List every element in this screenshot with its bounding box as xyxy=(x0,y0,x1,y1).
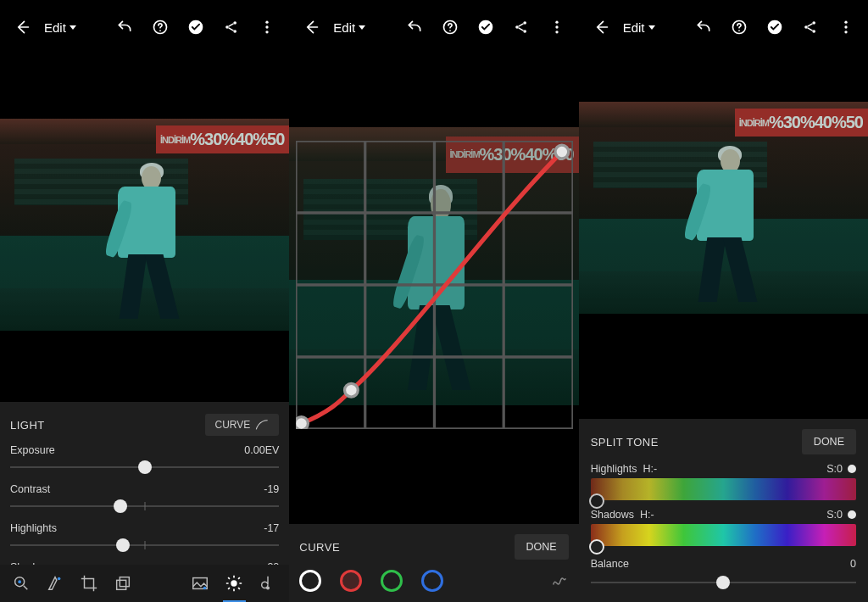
svg-point-39 xyxy=(812,30,815,33)
svg-point-10 xyxy=(58,577,61,581)
svg-point-19 xyxy=(515,25,519,29)
channel-blue[interactable] xyxy=(421,570,443,592)
chevron-down-icon xyxy=(648,25,655,30)
more-icon[interactable] xyxy=(832,14,860,41)
done-button[interactable]: DONE xyxy=(802,429,856,454)
saturation-dot[interactable] xyxy=(848,465,856,473)
photo-preview[interactable]: İNDİRİM %30 %40 %50 xyxy=(579,102,868,314)
svg-point-21 xyxy=(523,30,526,33)
balance-track[interactable] xyxy=(591,573,856,592)
channel-selector xyxy=(299,570,568,592)
toolbar: Edit xyxy=(0,0,289,54)
undo-icon[interactable] xyxy=(690,14,717,41)
svg-point-24 xyxy=(555,31,558,33)
channel-red[interactable] xyxy=(340,570,362,592)
healing-tool[interactable] xyxy=(41,569,70,598)
edit-dropdown[interactable]: Edit xyxy=(44,20,76,35)
edit-dropdown[interactable]: Edit xyxy=(333,20,365,35)
shadows-hue-strip[interactable] xyxy=(591,524,856,546)
svg-point-16 xyxy=(266,586,270,589)
approve-icon[interactable] xyxy=(182,14,209,41)
section-title: LIGHT xyxy=(10,419,45,432)
more-icon[interactable] xyxy=(253,14,281,41)
exposure-track[interactable] xyxy=(10,458,279,477)
svg-point-7 xyxy=(266,31,269,33)
undo-icon[interactable] xyxy=(111,14,138,41)
panel-curve: Edit İNDİRİM %30 %40 %50 xyxy=(289,0,578,602)
contrast-track[interactable] xyxy=(10,497,279,516)
curve-point[interactable] xyxy=(296,417,308,429)
panel-split-tone: Edit İNDİRİM %30 %40 %50 SPLI xyxy=(579,0,868,602)
back-icon[interactable] xyxy=(587,14,615,41)
parametric-icon[interactable] xyxy=(550,571,569,592)
approve-icon[interactable] xyxy=(761,14,788,41)
contrast-thumb[interactable] xyxy=(114,499,127,513)
loupe-tool[interactable] xyxy=(7,569,36,598)
channel-luminance[interactable] xyxy=(299,570,321,592)
help-icon[interactable] xyxy=(437,14,464,41)
edit-label: Edit xyxy=(44,20,66,35)
exposure-thumb[interactable] xyxy=(138,460,152,474)
svg-point-2 xyxy=(225,25,229,29)
light-tool[interactable] xyxy=(220,569,248,598)
svg-rect-12 xyxy=(120,577,129,587)
tool-strip xyxy=(0,565,289,602)
highlights-slider: Highlights-17 xyxy=(10,522,279,555)
highlights-hue-thumb[interactable] xyxy=(589,493,604,509)
back-icon[interactable] xyxy=(8,14,36,41)
svg-point-6 xyxy=(266,25,269,28)
section-title: CURVE xyxy=(299,541,340,554)
split-tone-controls: SPLIT TONE DONE Highlights H:- S:0 Shado… xyxy=(579,419,868,602)
shadows-hue-thumb[interactable] xyxy=(589,539,604,555)
channel-green[interactable] xyxy=(381,570,403,592)
toolbar: Edit xyxy=(579,0,868,54)
edit-dropdown[interactable]: Edit xyxy=(623,20,655,35)
chevron-down-icon xyxy=(70,25,76,30)
svg-point-22 xyxy=(555,21,558,24)
contrast-slider: Contrast-19 xyxy=(10,483,279,516)
section-title: SPLIT TONE xyxy=(591,436,659,449)
shadows-row: Shadows H:- S:0 xyxy=(591,509,856,521)
photo-preview[interactable]: İNDİRİM %30 %40 %50 xyxy=(289,127,578,405)
share-icon[interactable] xyxy=(508,14,535,41)
toolbar: Edit xyxy=(289,0,578,54)
picture-tool[interactable] xyxy=(186,569,214,598)
saturation-dot[interactable] xyxy=(848,510,856,519)
curve-button[interactable]: CURVE xyxy=(205,414,280,436)
share-icon[interactable] xyxy=(218,14,245,41)
temperature-tool[interactable] xyxy=(253,569,282,598)
svg-point-20 xyxy=(523,21,526,25)
sale-banner: İNDİRİM %30 %40 %50 xyxy=(735,109,868,137)
sale-banner: İNDİRİM %30 %40 %50 xyxy=(446,137,579,173)
svg-point-14 xyxy=(203,587,207,590)
crop-tool[interactable] xyxy=(75,569,103,598)
chevron-down-icon xyxy=(359,25,365,30)
exposure-slider: Exposure0.00EV xyxy=(10,444,279,477)
svg-point-9 xyxy=(18,580,21,583)
back-icon[interactable] xyxy=(298,14,325,41)
panel-light: Edit İNDİRİM %30 %40 %50 xyxy=(0,0,289,602)
svg-point-37 xyxy=(804,25,808,29)
approve-icon[interactable] xyxy=(472,14,499,41)
undo-icon[interactable] xyxy=(401,14,428,41)
presets-tool[interactable] xyxy=(108,569,137,598)
balance-row: Balance 0 xyxy=(591,558,856,570)
done-button[interactable]: DONE xyxy=(515,534,569,560)
svg-point-41 xyxy=(844,25,847,28)
highlights-row: Highlights H:- S:0 xyxy=(591,463,856,475)
help-icon[interactable] xyxy=(147,14,174,41)
sale-banner: İNDİRİM %30 %40 %50 xyxy=(156,125,289,153)
share-icon[interactable] xyxy=(797,14,824,41)
help-icon[interactable] xyxy=(726,14,753,41)
highlights-hue-strip[interactable] xyxy=(591,478,856,500)
svg-rect-11 xyxy=(117,580,126,589)
highlights-thumb[interactable] xyxy=(116,538,130,552)
svg-point-42 xyxy=(844,31,847,33)
svg-point-38 xyxy=(812,21,815,25)
svg-point-23 xyxy=(555,25,558,28)
svg-point-3 xyxy=(234,21,237,25)
more-icon[interactable] xyxy=(543,14,570,41)
highlights-track[interactable] xyxy=(10,536,279,555)
balance-thumb[interactable] xyxy=(716,576,730,589)
photo-preview[interactable]: İNDİRİM %30 %40 %50 xyxy=(0,119,289,331)
